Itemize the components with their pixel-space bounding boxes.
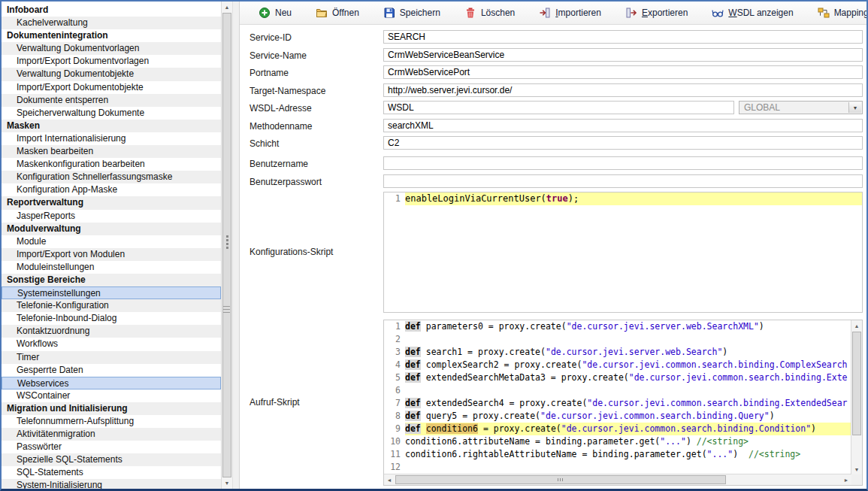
sidebar-item-system-initialisierung[interactable]: System-Initialisierung — [2, 479, 221, 489]
code-line[interactable]: 7def extendedSearch4 = proxy.create("de.… — [384, 397, 851, 410]
sidebar-item-speicherverwaltung-dokumente[interactable]: Speicherverwaltung Dokumente — [2, 107, 221, 120]
methodenname-input[interactable] — [383, 119, 863, 132]
target-namespace-input[interactable] — [383, 83, 863, 97]
konfigurations-skript-editor[interactable]: 1enableLoginViaCurrentUser(true); — [383, 192, 863, 313]
sidebar-item-dokumentenintegration[interactable]: Dokumentenintegration — [2, 29, 221, 42]
code-token: ) — [722, 347, 727, 357]
scroll-up-arrow-icon[interactable] — [222, 2, 232, 13]
code-token: "..." — [707, 449, 733, 459]
neu-button[interactable]: Neu — [252, 4, 298, 22]
editor-horizontal-scrollbar[interactable] — [384, 474, 851, 485]
speichern-button[interactable]: Speichern — [377, 4, 447, 22]
mapping-icon — [818, 7, 830, 19]
sidebar-item-masken-bearbeiten[interactable]: Masken bearbeiten — [2, 145, 221, 158]
benutzername-input[interactable] — [383, 156, 863, 170]
code-token: def — [405, 411, 421, 421]
scroll-down-arrow-icon[interactable] — [851, 464, 862, 474]
sidebar-item-konfiguration-schnellerfassungsmaske[interactable]: Konfiguration Schnellerfassungsmaske — [2, 171, 221, 183]
code-line[interactable]: 8def query5 = proxy.create("de.cursor.je… — [384, 410, 851, 423]
code-line[interactable]: 3def search1 = proxy.create("de.cursor.j… — [384, 346, 851, 359]
hscrollbar-thumb[interactable] — [395, 475, 726, 484]
sidebar-item-wscontainer[interactable]: WSContainer — [2, 389, 221, 402]
sidebar-item-spezielle-sql-statements[interactable]: Spezielle SQL-Statements — [2, 453, 221, 466]
sidebar-item-telefonie-inbound-dialog[interactable]: Telefonie-Inbound-Dialog — [2, 312, 221, 325]
sidebar-item-workflows[interactable]: Workflows — [2, 338, 221, 350]
code-line[interactable]: 1def parameters0 = proxy.create("de.curs… — [384, 320, 851, 333]
vscrollbar-thumb[interactable] — [852, 332, 861, 435]
pane-splitter-grip[interactable] — [223, 306, 230, 314]
sidebar-item-infoboard[interactable]: Infoboard — [2, 4, 221, 17]
sidebar-item-telefonnummern-aufsplittung[interactable]: Telefonnummern-Aufsplittung — [2, 415, 221, 428]
save-icon — [383, 7, 395, 19]
sidebar-item-import-internationalisierung[interactable]: Import Internationalisierung — [2, 132, 221, 145]
benutzerpasswort-input[interactable] — [383, 174, 863, 188]
scroll-up-arrow-icon[interactable] — [851, 320, 862, 331]
editor-vertical-scrollbar[interactable] — [851, 320, 862, 474]
scroll-right-arrow-icon[interactable] — [841, 474, 851, 485]
code-line[interactable]: 1enableLoginViaCurrentUser(true); — [384, 192, 862, 205]
sidebar-item-kachelverwaltung[interactable]: Kachelverwaltung — [2, 17, 221, 29]
sidebar-item-moduleinstellungen[interactable]: Moduleinstellungen — [2, 261, 221, 274]
sidebar-item-verwaltung-dokumentobjekte[interactable]: Verwaltung Dokumentobjekte — [2, 68, 221, 80]
service-id-input[interactable] — [383, 30, 863, 44]
code-token: condition6 — [426, 423, 478, 434]
sidebar-item-maskenkonfiguration-bearbeiten[interactable]: Maskenkonfiguration bearbeiten — [2, 158, 221, 171]
methodenname-label: Methodenname — [250, 121, 312, 132]
sidebar-item-import-export-dokumentobjekte[interactable]: Import/Export Dokumentobjekte — [2, 81, 221, 94]
l-schen-button[interactable]: Löschen — [458, 4, 522, 22]
sidebar-item-passw-rter[interactable]: Passwörter — [2, 441, 221, 453]
code-token: ) — [770, 411, 775, 421]
sidebar-item-modulverwaltung[interactable]: Modulverwaltung — [2, 223, 221, 235]
sidebar-item-module[interactable]: Module — [2, 235, 221, 248]
code-line[interactable]: 2 — [384, 333, 851, 346]
sidebar-item-jasperreports[interactable]: JasperReports — [2, 210, 221, 223]
sidebar-scrollbar[interactable] — [221, 2, 232, 489]
sidebar-item-konfiguration-app-maske[interactable]: Konfiguration App-Maske — [2, 183, 221, 196]
exportieren-button[interactable]: Exportieren — [618, 4, 694, 22]
sidebar-item-import-export-dokumentvorlagen[interactable]: Import/Export Dokumentvorlagen — [2, 55, 221, 68]
code-line[interactable]: 5def extendedSearchMetaData3 = proxy.cre… — [384, 371, 851, 384]
sidebar-item-aktivit-tenmigration[interactable]: Aktivitätenmigration — [2, 428, 221, 441]
service-name-input[interactable] — [383, 48, 863, 62]
ffnen-button[interactable]: Öffnen — [309, 4, 366, 22]
wsdl-anzeigen-button[interactable]: WSDL anzeigen — [705, 4, 800, 22]
importieren-button[interactable]: Importieren — [532, 4, 608, 22]
sidebar-scrollbar-thumb[interactable] — [222, 13, 231, 477]
sidebar-item-telefonie-konfiguration[interactable]: Telefonie-Konfiguration — [2, 299, 221, 312]
form-area: Service-IDService-NamePortnameTarget-Nam… — [240, 25, 866, 489]
wsdl-adresse-scope-combobox[interactable]: GLOBAL — [739, 101, 863, 114]
code-token: "..." — [660, 436, 686, 447]
sidebar-item-verwaltung-dokumentvorlagen[interactable]: Verwaltung Dokumentvorlagen — [2, 42, 221, 55]
sidebar-item-sonstige-bereiche[interactable]: Sonstige Bereiche — [2, 274, 221, 286]
code-area[interactable]: 1def parameters0 = proxy.create("de.curs… — [384, 320, 851, 474]
chevron-down-icon[interactable] — [848, 102, 861, 113]
sidebar-item-dokumente-entsperren[interactable]: Dokumente entsperren — [2, 94, 221, 107]
code-line[interactable]: 12 — [384, 461, 851, 474]
schicht-input[interactable] — [383, 136, 863, 150]
portname-input[interactable] — [383, 65, 863, 79]
sidebar-item-sql-statements[interactable]: SQL-Statements — [2, 466, 221, 479]
sidebar-item-reportverwaltung[interactable]: Reportverwaltung — [2, 196, 221, 209]
code-area[interactable]: 1enableLoginViaCurrentUser(true); — [384, 192, 862, 312]
code-line[interactable]: 4def complexSearch2 = proxy.create("de.c… — [384, 359, 851, 371]
sidebar-item-kontaktzuordnung[interactable]: Kontaktzuordnung — [2, 325, 221, 338]
sidebar-item-masken[interactable]: Masken — [2, 120, 221, 132]
mapping-button[interactable]: Mapping — [811, 4, 868, 22]
sidebar-item-gesperrte-daten[interactable]: Gesperrte Daten — [2, 364, 221, 377]
code-token: "de.cursor.jevi.common.search.binding.Co… — [561, 423, 811, 434]
open-folder-icon — [316, 7, 328, 19]
sidebar-main-splitter[interactable] — [232, 2, 240, 489]
sidebar-item-webservices[interactable]: Webservices — [2, 377, 221, 389]
scroll-down-arrow-icon[interactable] — [222, 477, 232, 489]
code-line[interactable]: 9def condition6 = proxy.create("de.curso… — [384, 423, 851, 435]
wsdl-adresse-input[interactable] — [383, 101, 734, 114]
sidebar-item-import-export-von-modulen[interactable]: Import/Export von Modulen — [2, 248, 221, 261]
aufruf-skript-editor[interactable]: 1def parameters0 = proxy.create("de.curs… — [383, 320, 863, 486]
scroll-left-arrow-icon[interactable] — [384, 474, 395, 485]
code-line[interactable]: 6 — [384, 384, 851, 397]
sidebar-item-timer[interactable]: Timer — [2, 351, 221, 364]
sidebar-item-systemeinstellungen[interactable]: Systemeinstellungen — [2, 286, 221, 299]
sidebar-item-migration-und-initialisierung[interactable]: Migration und Initialisierung — [2, 402, 221, 415]
code-line[interactable]: 11condition6.rightableAttributeName = bi… — [384, 448, 851, 461]
code-line[interactable]: 10condition6.attributeName = binding.par… — [384, 435, 851, 448]
